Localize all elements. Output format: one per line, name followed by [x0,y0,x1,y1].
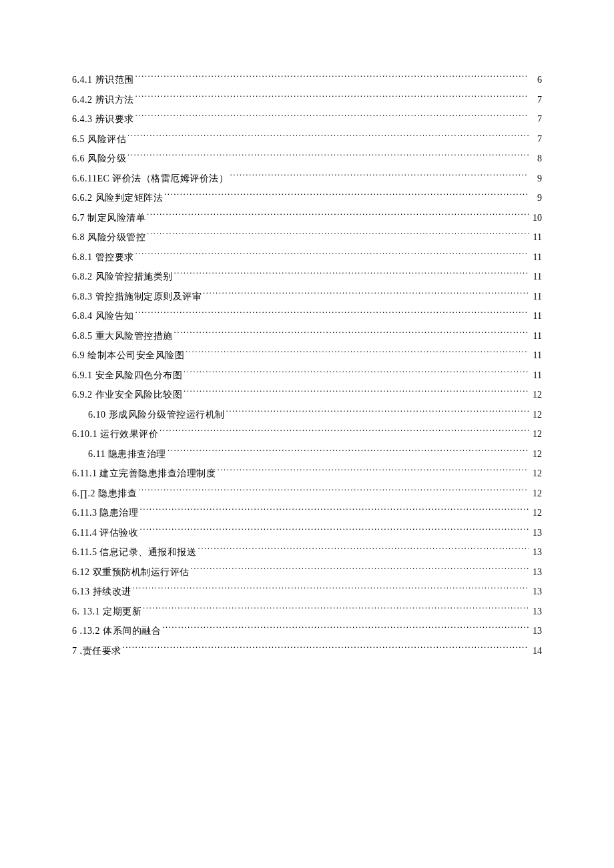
toc-leader-dots [135,93,529,103]
toc-leader-dots [174,270,529,280]
toc-entry: 7 .责任要求14 [72,643,542,660]
toc-leader-dots [162,624,529,634]
toc-leader-dots [133,585,529,594]
toc-entry: 6.8.2 风险管控措施类别11 [72,269,542,286]
toc-entry: 6.11.4 评估验收13 [72,525,542,542]
toc-leader-dots [203,290,529,300]
toc-entry: 6.4.1 辨识范围6 [72,72,542,89]
toc-entry-page: 12 [530,466,542,482]
toc-entry: 6.8.1 管控要求11 [72,250,542,266]
toc-entry: 6.9 绘制本公司安全风险图11 [72,348,542,364]
toc-entry-page: 11 [530,250,542,266]
toc-entry-page: 11 [530,230,542,246]
toc-entry-page: 10 [530,210,542,227]
toc-entry: 6.9.1 安全风险四色分布图11 [72,368,542,384]
toc-entry: 6.6 风险分级8 [72,151,542,167]
toc-entry: 6.8.3 管控措施制定原则及评审11 [72,289,542,306]
toc-entry-title: 6.6.11EC 评价法（格雷厄姆评价法） [72,171,228,187]
toc-entry-title: 6.10.1 运行效果评价 [72,426,158,443]
toc-entry-page: 11 [530,308,542,325]
toc-entry: 6.5 风险评估7 [72,131,542,148]
toc-leader-dots [226,408,529,418]
toc-entry-page: 8 [530,151,542,167]
toc-leader-dots [147,231,529,240]
toc-entry-page: 11 [530,289,542,306]
toc-entry-title: 6.9.2 作业安全风险比较图 [72,387,182,404]
toc-entry-title: 6.6 风险分级 [72,151,126,167]
toc-leader-dots [135,251,529,260]
toc-entry-title: 6.8.4 风险告知 [72,308,134,325]
toc-leader-dots [139,506,529,516]
toc-entry-title: 6.8.3 管控措施制定原则及评审 [72,289,202,306]
toc-entry: 6.6.11EC 评价法（格雷厄姆评价法）9 [72,171,542,187]
toc-entry-title: 6.11.1 建立完善隐患排查治理制度 [72,466,216,482]
toc-entry: 6 .13.2 体系间的融合13 [72,623,542,640]
toc-entry-page: 9 [530,171,542,187]
toc-leader-dots [138,487,529,496]
toc-entry-title: 6.6.2 风险判定矩阵法 [72,190,163,207]
toc-entry: 6. 13.1 定期更新13 [72,604,542,620]
toc-leader-dots [127,133,529,142]
toc-leader-dots [147,211,529,221]
toc-entry-page: 7 [530,92,542,109]
toc-entry-page: 7 [530,131,542,148]
toc-entry-page: 12 [530,387,542,404]
toc-entry-page: 12 [530,486,542,502]
toc-entry-title: 6.4.1 辨识范围 [72,72,134,89]
toc-entry: 6.4.2 辨识方法7 [72,92,542,109]
toc-entry: 6.13 持续改进13 [72,584,542,600]
toc-entry-title: 6.8.5 重大风险管控措施 [72,328,173,345]
toc-entry: 6.8.5 重大风险管控措施11 [72,328,542,345]
toc-leader-dots [160,428,529,437]
toc-entry-page: 13 [530,584,542,600]
toc-leader-dots [230,172,529,181]
toc-entry-page: 11 [530,269,542,286]
toc-leader-dots [143,605,529,614]
toc-entry-title: 6.12 双重预防机制运行评估 [72,564,190,581]
toc-entry-page: 11 [530,368,542,384]
toc-entry-title: 6.11.3 隐患治理 [72,505,138,522]
toc-entry-page: 12 [530,505,542,522]
toc-entry-page: 11 [530,328,542,345]
toc-entry: 6.6.2 风险判定矩阵法9 [72,190,542,207]
toc-entry-page: 12 [530,407,542,424]
toc-entry: 6.4.3 辨识要求7 [72,111,542,128]
toc-entry-page: 13 [530,544,542,561]
toc-entry-title: 6.13 持续改进 [72,584,131,600]
toc-entry: 6.11.5 信息记录、通报和报送13 [72,544,542,561]
toc-entry-title: 6. 13.1 定期更新 [72,604,141,620]
table-of-contents: 6.4.1 辨识范围66.4.2 辨识方法76.4.3 辨识要求76.5 风险评… [72,72,542,659]
toc-entry-title: 6.5 风险评估 [72,131,126,148]
toc-entry-title: 6.8 风险分级管控 [72,230,145,246]
toc-entry-title: 6.11 隐患排查治理 [88,446,166,463]
toc-entry: 6.7 制定风险清单10 [72,210,542,227]
toc-entry: 6.11.1 建立完善隐患排查治理制度12 [72,466,542,482]
toc-leader-dots [135,113,529,122]
toc-entry: 6.9.2 作业安全风险比较图12 [72,387,542,404]
toc-entry: 6.8 风险分级管控11 [72,230,542,246]
toc-leader-dots [135,73,529,83]
toc-entry-title: 6.8.2 风险管控措施类别 [72,269,173,286]
toc-leader-dots [168,448,529,457]
toc-entry-page: 7 [530,111,542,128]
toc-entry-title: 6.9 绘制本公司安全风险图 [72,348,184,364]
toc-entry-title: 7 .责任要求 [72,643,121,660]
toc-leader-dots [123,644,529,654]
toc-entry-title: 6 .13.2 体系间的融合 [72,623,161,640]
toc-leader-dots [198,546,529,555]
toc-entry-page: 9 [530,190,542,207]
toc-entry-title: 6.7 制定风险清单 [72,210,145,227]
toc-entry: 6.10 形成风险分级管控运行机制12 [72,407,542,424]
toc-entry: 6.11.3 隐患治理12 [72,505,542,522]
toc-entry-page: 12 [530,426,542,443]
toc-entry: 6.∏.2 隐患排查12 [72,486,542,502]
toc-entry-title: 6.∏.2 隐患排查 [72,486,137,502]
toc-leader-dots [135,310,529,319]
toc-entry-title: 6.10 形成风险分级管控运行机制 [88,407,225,424]
toc-entry-title: 6.9.1 安全风险四色分布图 [72,368,182,384]
toc-leader-dots [184,388,529,398]
toc-entry: 6.12 双重预防机制运行评估13 [72,564,542,581]
toc-entry-page: 13 [530,623,542,640]
toc-entry-page: 12 [530,446,542,463]
toc-entry: 6.11 隐患排查治理12 [72,446,542,463]
